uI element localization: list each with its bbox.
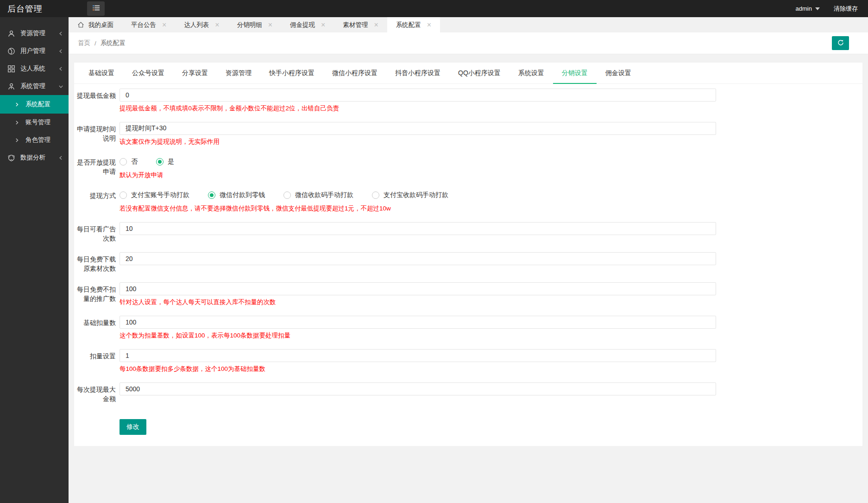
sidebar-subitem-label: 账号管理 [25, 118, 50, 127]
radio-option-label: 是 [168, 158, 174, 166]
close-icon[interactable]: × [321, 21, 325, 29]
workspace-tab-label: 达人列表 [184, 21, 209, 29]
form-input[interactable] [120, 222, 716, 235]
radio-option[interactable]: 支付宝账号手动打款 [120, 191, 189, 199]
grid-icon [7, 65, 15, 73]
sidebar-item-label: 系统管理 [20, 82, 53, 90]
radio-unselected-icon [120, 191, 127, 199]
sidebar-item[interactable]: 用户管理 [0, 42, 69, 60]
form-row: 每次提现最大金额 [74, 382, 862, 403]
user-icon [7, 30, 15, 38]
workspace-tab[interactable]: 平台公告× [122, 17, 175, 32]
radio-option[interactable]: 是 [156, 158, 174, 166]
top-header: 后台管理 admin 清除缓存 [0, 0, 868, 17]
form-input[interactable] [120, 282, 716, 295]
sidebar-item[interactable]: 数据分析 [0, 149, 69, 166]
form-input[interactable] [120, 382, 716, 395]
settings-tab[interactable]: 分享设置 [173, 63, 217, 83]
form-control: 否是默认为开放申请 [120, 155, 193, 179]
form-label: 提现最低金额 [74, 89, 116, 113]
form-input[interactable] [120, 349, 716, 362]
refresh-button[interactable] [832, 36, 849, 50]
globe-icon [7, 47, 15, 55]
form-input[interactable] [120, 89, 716, 102]
settings-tab[interactable]: QQ小程序设置 [449, 63, 509, 83]
settings-tab[interactable]: 分销设置 [553, 63, 597, 83]
radio-group: 支付宝账号手动打款微信付款到零钱微信收款码手动打款支付宝收款码手动打款 [120, 189, 467, 202]
form-label: 扣量设置 [74, 349, 116, 373]
workspace-tab-label: 平台公告 [131, 21, 156, 29]
radio-option[interactable]: 微信收款码手动打款 [283, 191, 353, 199]
form-row: 扣量设置每100条数据要扣多少条数据，这个100为基础扣量数 [74, 349, 862, 373]
form-input[interactable] [120, 252, 716, 265]
list-menu-icon [92, 4, 100, 13]
form-row: 每日免费下载原素材次数 [74, 252, 862, 273]
form-hint: 若没有配置微信支付信息，请不要选择微信付款到零钱，微信支付最低提现要超过1元，不… [120, 204, 467, 213]
workspace-tab[interactable]: 分销明细× [228, 17, 281, 32]
caret-down-icon [815, 7, 820, 10]
workspace-tab[interactable]: 系统配置× [387, 17, 440, 32]
form-row: 申请提现时间说明该文案仅作为提现说明，无实际作用 [74, 122, 862, 146]
close-icon[interactable]: × [162, 21, 166, 29]
radio-option-label: 否 [131, 158, 138, 166]
sidebar-subitem[interactable]: 角色管理 [0, 131, 69, 149]
workspace-tab[interactable]: 素材管理× [334, 17, 387, 32]
form-label: 提现方式 [74, 189, 116, 213]
workspace-tab[interactable]: 我的桌面 [69, 17, 122, 32]
workspace-tab-label: 分销明细 [237, 21, 262, 29]
sidebar-item-label: 数据分析 [20, 153, 53, 162]
settings-tab[interactable]: 抖音小程序设置 [386, 63, 449, 83]
form-label: 每日免费下载原素材次数 [74, 252, 116, 273]
main-area: 我的桌面平台公告×达人列表×分销明细×佣金提现×素材管理×系统配置× 首页 / … [69, 17, 868, 503]
clear-cache-button[interactable]: 清除缓存 [834, 5, 858, 13]
sidebar-subitem[interactable]: 系统配置 [0, 95, 69, 114]
user-tie-icon [7, 83, 15, 90]
form-input[interactable] [120, 316, 716, 329]
close-icon[interactable]: × [215, 21, 219, 29]
form-input[interactable] [120, 122, 716, 135]
form-label: 每次提现最大金额 [74, 382, 116, 403]
workspace-tab[interactable]: 达人列表× [175, 17, 228, 32]
form-row: 提现方式支付宝账号手动打款微信付款到零钱微信收款码手动打款支付宝收款码手动打款若… [74, 189, 862, 213]
settings-tab[interactable]: 资源管理 [217, 63, 260, 83]
chevron-left-icon [58, 66, 64, 72]
submit-button[interactable]: 修改 [120, 419, 146, 435]
workspace-tab-label: 系统配置 [396, 21, 421, 29]
radio-option-label: 微信收款码手动打款 [295, 191, 353, 199]
sidebar-item[interactable]: 系统管理 [0, 77, 69, 95]
form-row: 每日免费不扣量的推广数针对达人设置，每个达人每天可以直接入库不扣量的次数 [74, 282, 862, 306]
settings-tab[interactable]: 公众号设置 [123, 63, 173, 83]
breadcrumb-home[interactable]: 首页 [78, 39, 90, 47]
close-icon[interactable]: × [268, 21, 272, 29]
settings-form: 提现最低金额提现最低金额，不填或填0表示不限制，金额小数位不能超过2位，出错自己… [74, 84, 862, 435]
settings-tab[interactable]: 基础设置 [80, 63, 123, 83]
workspace-tab[interactable]: 佣金提现× [281, 17, 334, 32]
sidebar-item[interactable]: 达人系统 [0, 60, 69, 77]
form-control [120, 252, 716, 273]
sidebar-subitem[interactable]: 账号管理 [0, 114, 69, 131]
menu-toggle-button[interactable] [87, 1, 105, 16]
close-icon[interactable]: × [374, 21, 378, 29]
sidebar: 资源管理用户管理达人系统系统管理系统配置账号管理角色管理数据分析 [0, 17, 69, 503]
arrow-right-icon [14, 102, 19, 107]
form-control: 该文案仅作为提现说明，无实际作用 [120, 122, 716, 146]
form-row: 基础扣量数这个数为扣量基数，如设置100，表示每100条数据要处理扣量 [74, 316, 862, 340]
settings-tab[interactable]: 系统设置 [509, 63, 553, 83]
radio-option[interactable]: 支付宝收款码手动打款 [372, 191, 448, 199]
sidebar-item[interactable]: 资源管理 [0, 25, 69, 42]
radio-option[interactable]: 微信付款到零钱 [208, 191, 265, 199]
form-control [120, 382, 716, 403]
user-menu[interactable]: admin [796, 5, 820, 12]
settings-tab[interactable]: 快手小程序设置 [260, 63, 323, 83]
settings-tab[interactable]: 微信小程序设置 [323, 63, 386, 83]
radio-selected-icon [208, 191, 215, 199]
form-label: 每日免费不扣量的推广数 [74, 282, 116, 306]
arrow-right-icon [14, 120, 19, 125]
sidebar-item-label: 用户管理 [20, 47, 53, 55]
admin-app: 后台管理 admin 清除缓存 资源管理用户管理达人系统系统管理系统配置账号管理… [0, 0, 868, 503]
radio-option[interactable]: 否 [120, 158, 138, 166]
form-control: 每100条数据要扣多少条数据，这个100为基础扣量数 [120, 349, 716, 373]
close-icon[interactable]: × [427, 21, 431, 29]
settings-tab[interactable]: 佣金设置 [597, 63, 640, 83]
breadcrumb-separator: / [94, 40, 96, 47]
